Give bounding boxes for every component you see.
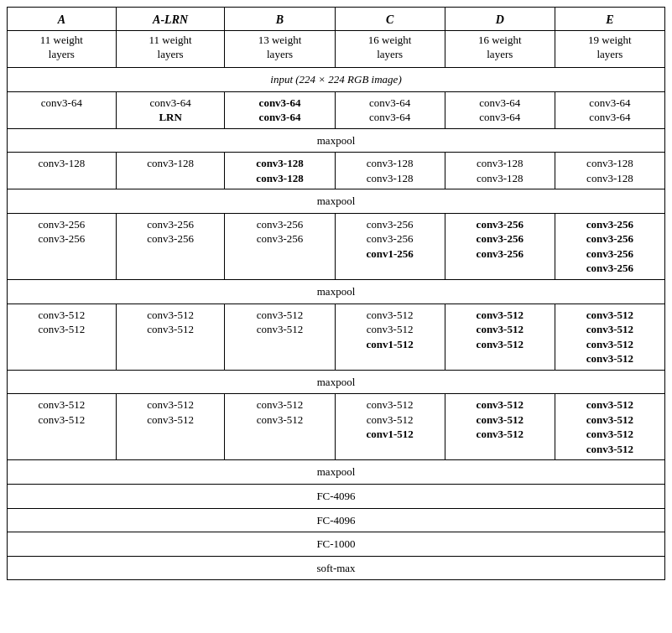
section-4-cell-5: conv3-512conv3-512conv3-512conv3-512	[555, 394, 664, 460]
section-1-cell-5: conv3-128conv3-128	[555, 153, 664, 189]
col-header-c: C	[335, 8, 445, 31]
section-1-cell-4: conv3-128conv3-128	[445, 153, 555, 189]
pooling-0: maxpool	[8, 128, 665, 153]
col-header-a: A	[8, 8, 117, 31]
section-1-cell-1: conv3-128	[116, 153, 225, 189]
col-header-alrn: A-LRN	[116, 8, 225, 31]
col-subheader-3: 16 weightlayers	[335, 30, 445, 67]
footer-row-2: FC-1000	[8, 532, 665, 557]
pooling-1: maxpool	[8, 189, 665, 214]
col-subheader-4: 16 weightlayers	[445, 30, 555, 67]
section-1-cell-2: conv3-128conv3-128	[225, 153, 335, 189]
section-4-cell-2: conv3-512conv3-512	[225, 394, 335, 460]
section-0-cell-1: conv3-64LRN	[116, 91, 225, 128]
section-4-cell-4: conv3-512conv3-512conv3-512	[445, 394, 555, 460]
section-3-cell-2: conv3-512conv3-512	[225, 304, 335, 370]
section-2-cell-0: conv3-256conv3-256	[8, 213, 117, 279]
footer-row-3: soft-max	[8, 556, 665, 580]
pooling-2: maxpool	[8, 280, 665, 304]
section-3-cell-4: conv3-512conv3-512conv3-512	[445, 304, 555, 370]
vgg-table: AA-LRNBCDE11 weightlayers11 weightlayers…	[7, 7, 665, 580]
footer-row-1: FC-4096	[8, 508, 665, 532]
col-subheader-2: 13 weightlayers	[225, 30, 335, 67]
col-header-d: D	[445, 8, 555, 31]
pooling-4: maxpool	[8, 460, 665, 485]
section-2-cell-2: conv3-256conv3-256	[225, 213, 335, 279]
section-0-cell-3: conv3-64conv3-64	[335, 91, 445, 128]
section-1-cell-3: conv3-128conv3-128	[335, 153, 445, 189]
section-0-cell-4: conv3-64conv3-64	[445, 91, 555, 128]
section-2-cell-5: conv3-256conv3-256conv3-256conv3-256	[555, 213, 664, 279]
section-0-cell-0: conv3-64	[8, 91, 117, 128]
col-header-e: E	[555, 8, 664, 31]
section-4-cell-3: conv3-512conv3-512conv1-512	[335, 394, 445, 460]
col-header-b: B	[225, 8, 335, 31]
section-3-cell-1: conv3-512conv3-512	[116, 304, 225, 370]
section-3-cell-3: conv3-512conv3-512conv1-512	[335, 304, 445, 370]
section-2-cell-4: conv3-256conv3-256conv3-256	[445, 213, 555, 279]
col-subheader-5: 19 weightlayers	[555, 30, 664, 67]
section-0-cell-5: conv3-64conv3-64	[555, 91, 664, 128]
section-1-cell-0: conv3-128	[8, 153, 117, 189]
pooling-3: maxpool	[8, 370, 665, 394]
section-2-cell-3: conv3-256conv3-256conv1-256	[335, 213, 445, 279]
section-0-cell-2: conv3-64conv3-64	[225, 91, 335, 128]
section-3-cell-0: conv3-512conv3-512	[8, 304, 117, 370]
input-row: input (224 × 224 RGB image)	[8, 67, 665, 91]
section-4-cell-0: conv3-512conv3-512	[8, 394, 117, 460]
footer-row-0: FC-4096	[8, 485, 665, 509]
section-4-cell-1: conv3-512conv3-512	[116, 394, 225, 460]
col-subheader-1: 11 weightlayers	[116, 30, 225, 67]
col-subheader-0: 11 weightlayers	[8, 30, 117, 67]
section-2-cell-1: conv3-256conv3-256	[116, 213, 225, 279]
section-3-cell-5: conv3-512conv3-512conv3-512conv3-512	[555, 304, 664, 370]
